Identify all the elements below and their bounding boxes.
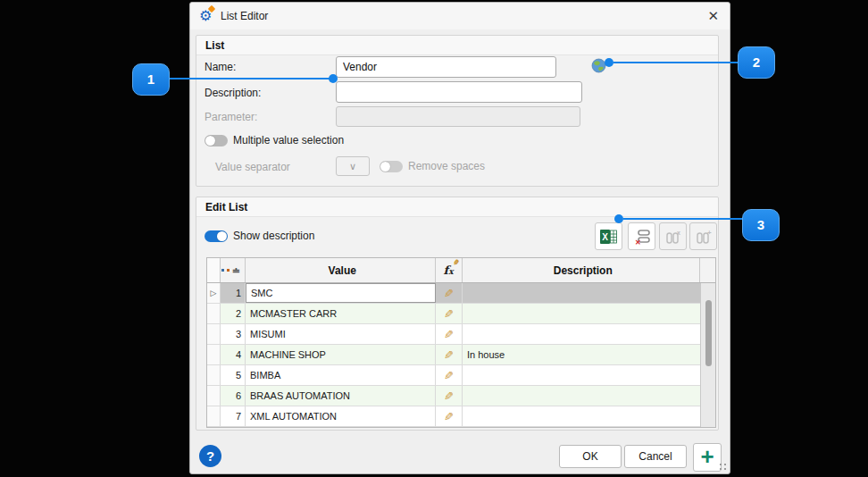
remove-spaces-label: Remove spaces	[408, 160, 485, 172]
header-value-cell[interactable]: Value	[246, 258, 436, 282]
resize-grip[interactable]	[718, 462, 727, 471]
pencil-icon: ✎	[444, 307, 454, 321]
table-row[interactable]: 2 MCMASTER CARR ✎	[207, 304, 715, 324]
pencil-icon: ✎	[444, 389, 454, 403]
remove-spaces-toggle	[380, 161, 403, 172]
excel-import-button[interactable]: X	[595, 222, 622, 250]
row-number-cell[interactable]: 3	[221, 324, 246, 344]
description-cell[interactable]	[463, 386, 701, 406]
value-list-table: ≐ Value fx✎ Description ▷ 1 SMC ✎ 2 MCMA…	[206, 257, 716, 428]
ok-button[interactable]: OK	[559, 445, 622, 468]
description-cell[interactable]	[463, 304, 701, 323]
remove-values-button: x	[659, 222, 687, 250]
row-number-cell[interactable]: 6	[221, 386, 246, 406]
table-row[interactable]: 5 BIMBA ✎	[207, 365, 715, 386]
value-cell[interactable]: SMC	[246, 283, 436, 303]
desktop-background: { "dialog": { "title": "List Editor" }, …	[0, 0, 868, 477]
fx-cell[interactable]: ✎	[436, 283, 463, 303]
fx-cell[interactable]: ✎	[436, 304, 463, 323]
description-cell[interactable]	[463, 283, 701, 303]
description-input[interactable]	[336, 81, 582, 103]
multiple-value-toggle[interactable]	[204, 135, 228, 146]
table-row[interactable]: 3 MISUMI ✎	[207, 324, 715, 345]
fx-cell[interactable]: ✎	[436, 365, 463, 385]
svg-text:x: x	[677, 230, 680, 236]
toggle-knob	[217, 231, 227, 241]
row-number-cell[interactable]: 5	[221, 365, 246, 385]
row-indicator	[207, 324, 221, 344]
vertical-scrollbar[interactable]	[700, 283, 715, 427]
value-separator-label: Value separator	[215, 161, 290, 173]
header-description-cell[interactable]: Description	[463, 258, 701, 282]
description-cell[interactable]	[463, 406, 701, 426]
pencil-icon: ✎	[444, 410, 454, 423]
description-cell[interactable]: In house	[463, 345, 701, 364]
cancel-button[interactable]: Cancel	[624, 445, 687, 468]
callout-dot-1	[329, 74, 338, 83]
row-indicator: ▷	[207, 283, 221, 303]
fx-cell[interactable]: ✎	[436, 345, 463, 364]
callout-line-3	[623, 218, 742, 220]
fx-cell[interactable]: ✎	[436, 324, 463, 344]
pencil-icon: ✎	[444, 348, 454, 362]
table-header: ≐ Value fx✎ Description	[207, 258, 715, 283]
pencil-icon: ✎	[444, 328, 454, 341]
value-separator-dropdown: ∨	[336, 156, 370, 176]
table-row-partial	[207, 427, 715, 428]
table-row[interactable]: 4 MACHINE SHOP ✎ In house	[207, 345, 715, 365]
fx-cell[interactable]: ✎	[436, 406, 463, 426]
name-input[interactable]	[336, 56, 556, 78]
callout-line-1	[170, 78, 333, 80]
value-cell[interactable]: BIMBA	[246, 365, 436, 385]
svg-text:X: X	[602, 232, 608, 242]
header-number-cell[interactable]: ≐	[221, 258, 246, 282]
fx-icon: fx✎	[444, 264, 454, 277]
header-filler-cell	[700, 258, 715, 282]
pencil-icon: ✎	[444, 287, 454, 300]
append-values-button: +	[689, 222, 717, 250]
row-indicator	[207, 345, 221, 364]
question-icon: ?	[206, 448, 214, 464]
parameter-label: Parameter:	[204, 111, 257, 123]
callout-line-2	[613, 62, 738, 63]
scrollbar-thumb[interactable]	[705, 300, 712, 366]
row-number-cell[interactable]: 4	[221, 345, 246, 364]
table-row[interactable]: ▷ 1 SMC ✎	[207, 283, 715, 304]
value-cell[interactable]: MCMASTER CARR	[246, 304, 436, 323]
parameter-input	[336, 106, 580, 127]
description-cell[interactable]	[463, 324, 701, 344]
show-description-toggle[interactable]	[204, 230, 228, 242]
sort-order-icon: ≐	[221, 266, 240, 275]
description-label: Description:	[204, 87, 261, 99]
svg-text:+: +	[707, 229, 712, 237]
pencil-icon: ✎	[444, 369, 454, 382]
multiple-value-label: Multiple value selection	[233, 134, 344, 146]
svg-text:✕: ✕	[635, 238, 641, 245]
row-indicator	[207, 386, 221, 406]
edit-list-group-header: Edit List	[196, 197, 718, 217]
value-cell[interactable]: MISUMI	[246, 324, 436, 344]
value-cell[interactable]: XML AUTOMATION	[246, 406, 436, 426]
fx-cell[interactable]: ✎	[436, 386, 463, 406]
toggle-knob	[380, 162, 390, 172]
row-number-cell[interactable]: 2	[221, 304, 246, 323]
table-row[interactable]: 6 BRAAS AUTOMATION ✎	[207, 386, 715, 406]
header-fx-cell[interactable]: fx✎	[436, 258, 463, 282]
description-cell[interactable]	[463, 365, 701, 385]
remove-duplicates-button[interactable]: ✕	[628, 222, 655, 250]
close-icon[interactable]: ✕	[707, 8, 719, 24]
row-indicator	[207, 304, 221, 323]
value-cell[interactable]: BRAAS AUTOMATION	[246, 386, 436, 406]
table-row[interactable]: 7 XML AUTOMATION ✎	[207, 406, 715, 427]
append-values-icon: +	[696, 229, 712, 245]
header-indicator-cell	[207, 258, 221, 282]
plus-icon: +	[700, 443, 714, 470]
title-bar[interactable]: ⚙ List Editor ✕	[190, 3, 730, 29]
row-number-cell[interactable]: 7	[221, 406, 246, 426]
help-button[interactable]: ?	[199, 445, 221, 467]
excel-icon: X	[600, 229, 617, 245]
row-indicator	[207, 406, 221, 426]
value-cell[interactable]: MACHINE SHOP	[246, 345, 436, 364]
remove-duplicates-icon: ✕	[634, 229, 650, 245]
row-number-cell[interactable]: 1	[221, 283, 246, 303]
